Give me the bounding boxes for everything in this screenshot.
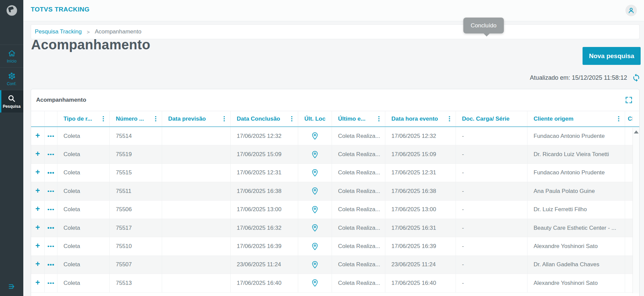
location-pin-icon [311,150,319,159]
cell-partial [625,274,633,292]
row-actions-icon[interactable] [48,172,54,173]
person-icon [627,6,635,15]
cell-text: Coleta Realiza... [338,169,380,176]
row-actions-cell [45,219,57,237]
cell-ult-loc[interactable] [298,219,332,237]
row-actions-icon[interactable] [48,209,54,210]
cell-cliente-origem: Ana Paula Polato Guine [527,182,625,200]
column-menu-icon[interactable] [224,116,225,122]
cell-ult-loc[interactable] [298,145,332,164]
cell-ult-loc[interactable] [298,256,332,274]
new-search-button[interactable]: Nova pesquisa [583,47,641,65]
row-expand-button[interactable]: + [35,242,40,251]
vertical-scrollbar[interactable] [633,128,639,293]
cell-ultimo-evento: Coleta Realiza... [332,237,385,255]
column-menu-icon[interactable] [103,116,104,122]
table-row: +Coleta7551717/06/2025 16:32Coleta Reali… [31,219,639,237]
cell-cliente-origem: Fundacao Antonio Prudente [527,127,625,145]
cell-text: Coleta Realiza... [338,206,380,213]
column-header-3[interactable]: Data previsão [162,111,231,126]
cell-text: 17/06/2025 16:39 [391,243,436,250]
cell-ult-loc[interactable] [298,274,332,292]
row-expand-button[interactable]: + [35,260,40,269]
cell-text: Coleta Realiza... [338,243,380,250]
cell-numero: 75514 [110,127,162,145]
column-menu-icon[interactable] [378,116,380,122]
expand-panel-button[interactable] [625,96,633,104]
sidebar-item-conf[interactable]: Conf. [0,67,23,90]
row-expand-cell: + [31,127,45,145]
column-header-4[interactable]: Data Conclusão [231,111,298,126]
cell-previsao [162,164,231,182]
row-expand-button[interactable]: + [35,279,40,288]
cell-ult-loc[interactable] [298,237,332,255]
cell-partial [625,256,633,274]
column-header-6[interactable]: Último e... [332,111,385,126]
cell-ult-loc[interactable] [298,164,332,182]
column-header-label: Últ. Loc [304,116,325,122]
user-avatar[interactable] [625,5,637,16]
row-actions-icon[interactable] [48,227,54,228]
cell-cliente-origem: Dr. Ricardo Luiz Vieira Tonetti [527,145,625,164]
sidebar-item-pesquisa[interactable]: Pesquisa [0,90,23,113]
row-actions-icon[interactable] [48,191,54,192]
cell-numero: 75513 [110,274,162,292]
sidebar-item-inicio[interactable]: Início [0,45,23,67]
column-menu-icon[interactable] [618,116,619,122]
cell-numero: 75515 [110,164,162,182]
column-menu-icon[interactable] [449,116,450,122]
cell-conclusao: 23/06/2025 11:24 [231,256,298,274]
row-expand-button[interactable]: + [35,132,40,141]
cell-text: - [462,243,464,250]
row-actions-cell [45,237,57,255]
column-header-2[interactable]: Número ... [110,111,162,126]
cell-tipo: Coleta [57,164,110,182]
column-header-9[interactable]: Cliente origem [527,111,625,126]
row-expand-button[interactable]: + [35,150,40,159]
row-expand-button[interactable]: + [35,205,40,214]
cell-previsao [162,127,231,145]
row-expand-button[interactable]: + [35,224,40,232]
row-actions-icon[interactable] [48,282,54,284]
cell-ult-loc[interactable] [298,127,332,145]
cell-text: Coleta [63,133,80,140]
cell-ult-loc[interactable] [298,201,332,219]
menu-expand-icon[interactable] [7,282,17,291]
row-expand-button[interactable]: + [35,168,40,177]
column-menu-icon[interactable] [291,116,292,122]
cell-text: - [462,169,464,176]
updated-at-text: Atualizado em: 15/12/2025 11:58:12 [530,74,627,81]
row-actions-icon[interactable] [48,246,54,247]
cell-doc-carga: - [456,201,527,219]
scroll-up-arrow-icon[interactable] [634,130,639,133]
column-menu-icon[interactable] [155,116,156,122]
refresh-button[interactable] [632,73,641,82]
column-header-7[interactable]: Data hora evento [385,111,456,126]
cell-partial [625,219,633,237]
cell-text: 23/06/2025 11:24 [391,261,436,268]
totvs-logo[interactable] [0,0,23,21]
cell-doc-carga: - [456,145,527,164]
column-header-5[interactable]: Últ. Loc [298,111,332,126]
app-title: TOTVS TRACKING [31,6,89,13]
cell-tipo: Coleta [57,127,110,145]
cell-text: Beauty Care Esthetic Center - ... [534,225,616,231]
cell-conclusao: 17/06/2025 16:39 [231,237,298,255]
breadcrumb-link[interactable]: Pesquisa Tracking [35,28,82,35]
column-header-8[interactable]: Doc. Carga/ Série [456,111,527,126]
row-actions-icon[interactable] [48,264,54,265]
column-header-1[interactable]: Tipo de r... [57,111,110,126]
row-expand-button[interactable]: + [35,187,40,196]
cell-partial [625,182,633,200]
row-actions-icon[interactable] [48,135,54,137]
cell-text: 75507 [116,261,132,268]
row-expand-cell: + [31,219,45,237]
cell-data-hora-evento: 17/06/2025 13:00 [385,201,456,219]
cell-ult-loc[interactable] [298,182,332,200]
cell-text: Fundacao Antonio Prudente [534,169,605,176]
tracking-panel: Acompanhamento Tipo de r...Número ...Dat… [31,89,640,296]
location-pin-icon [311,224,319,232]
row-actions-icon[interactable] [48,154,54,155]
cell-text: Dr. Ricardo Luiz Vieira Tonetti [534,151,609,158]
cell-text: Coleta [63,169,80,176]
